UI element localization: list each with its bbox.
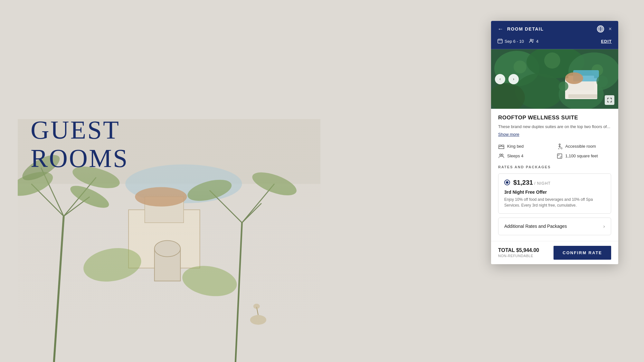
rate-card[interactable]: $1,231 / NIGHT 3rd Night Free Offer Enjo… bbox=[498, 173, 611, 214]
panel-footer: TOTAL $5,944.00 NON-REFUNDABLE CONFIRM R… bbox=[491, 241, 618, 264]
panel-title: ROOM DETAIL bbox=[507, 26, 544, 32]
edit-button[interactable]: EDIT bbox=[601, 39, 612, 44]
feature-sqft: 1,100 square feet bbox=[556, 153, 611, 159]
svg-point-52 bbox=[565, 72, 583, 84]
globe-icon[interactable] bbox=[597, 25, 604, 32]
rate-price: $1,231 bbox=[513, 179, 533, 186]
room-description: These brand new duplex suites are on the… bbox=[498, 124, 611, 130]
hero-title-text: GUEST RooMS bbox=[31, 116, 129, 172]
confirm-rate-button[interactable]: CONFIRM RATE bbox=[554, 246, 611, 260]
panel-guests: 4 bbox=[536, 39, 538, 44]
svg-point-62 bbox=[500, 154, 501, 155]
rate-description: Enjoy 10% off food and beverages and 10%… bbox=[504, 197, 605, 208]
panel-header-left: ← ROOM DETAIL bbox=[497, 26, 544, 32]
sqft-icon bbox=[556, 153, 563, 159]
panel-header: ← ROOM DETAIL × bbox=[491, 21, 618, 37]
back-button[interactable]: ← bbox=[497, 26, 503, 32]
sqft-label: 1,100 square feet bbox=[565, 153, 598, 158]
svg-point-47 bbox=[544, 52, 560, 69]
feature-sleeps: Sleeps 4 bbox=[498, 153, 553, 159]
rate-radio[interactable] bbox=[504, 180, 510, 185]
additional-rates-text: Additional Rates and Packages bbox=[504, 224, 567, 229]
svg-rect-53 bbox=[568, 94, 597, 98]
total-area: TOTAL $5,944.00 NON-REFUNDABLE bbox=[498, 247, 539, 258]
accessible-icon bbox=[556, 143, 563, 150]
svg-point-63 bbox=[502, 154, 503, 155]
date-item: Sep 6 - 10 bbox=[497, 38, 524, 44]
svg-point-55 bbox=[596, 76, 608, 87]
rate-price-area: $1,231 / NIGHT bbox=[513, 179, 551, 186]
close-button[interactable]: × bbox=[609, 26, 612, 32]
svg-rect-64 bbox=[557, 154, 562, 158]
panel-header-right: × bbox=[597, 25, 612, 32]
chevron-right-icon: › bbox=[603, 223, 605, 230]
rates-section-title: RATES AND PACKAGES bbox=[498, 165, 611, 169]
panel-dates: Sep 6 - 10 bbox=[505, 39, 524, 44]
svg-point-38 bbox=[532, 39, 534, 41]
show-more-link[interactable]: Show more bbox=[498, 132, 519, 137]
room-detail-panel: ← ROOM DETAIL × bbox=[491, 21, 618, 264]
king-bed-icon bbox=[498, 143, 505, 150]
hero-title: GUEST RooMS bbox=[18, 109, 142, 179]
panel-sub-header: Sep 6 - 10 4 EDIT bbox=[491, 37, 618, 49]
room-image: ‹ › bbox=[491, 49, 618, 109]
accessible-label: Accessible room bbox=[565, 144, 596, 149]
feature-king-bed: King bed bbox=[498, 143, 553, 150]
room-name: ROOFTOP WELLNESS SUITE bbox=[498, 115, 611, 121]
rate-per-night: / NIGHT bbox=[534, 181, 551, 186]
svg-point-37 bbox=[530, 39, 532, 41]
sleeps-label: Sleeps 4 bbox=[507, 153, 524, 158]
rate-header: $1,231 / NIGHT bbox=[504, 179, 605, 186]
additional-rates-button[interactable]: Additional Rates and Packages › bbox=[498, 218, 611, 235]
room-features: King bed Accessible room bbox=[498, 142, 611, 159]
svg-point-46 bbox=[514, 60, 526, 73]
date-guests-area: Sep 6 - 10 4 bbox=[497, 38, 538, 44]
guests-item: 4 bbox=[529, 38, 538, 44]
rate-radio-inner bbox=[506, 181, 508, 184]
calendar-icon bbox=[497, 38, 503, 44]
king-bed-label: King bed bbox=[507, 144, 524, 149]
svg-point-54 bbox=[559, 81, 568, 91]
sleeps-icon bbox=[498, 153, 505, 159]
hero-line2: RooMS bbox=[31, 144, 129, 172]
feature-accessible: Accessible room bbox=[556, 143, 611, 150]
panel-content: ROOFTOP WELLNESS SUITE These brand new d… bbox=[491, 109, 618, 241]
image-expand-button[interactable] bbox=[605, 95, 614, 105]
image-next-button[interactable]: › bbox=[508, 74, 519, 84]
total-price: TOTAL $5,944.00 bbox=[498, 247, 539, 253]
rate-name: 3rd Night Free Offer bbox=[504, 190, 605, 195]
svg-rect-33 bbox=[498, 39, 502, 43]
guests-icon bbox=[529, 38, 534, 44]
non-refundable-label: NON-REFUNDABLE bbox=[498, 254, 539, 258]
hero-line1: GUEST bbox=[31, 116, 120, 144]
svg-point-61 bbox=[559, 144, 560, 145]
image-prev-button[interactable]: ‹ bbox=[495, 74, 505, 84]
